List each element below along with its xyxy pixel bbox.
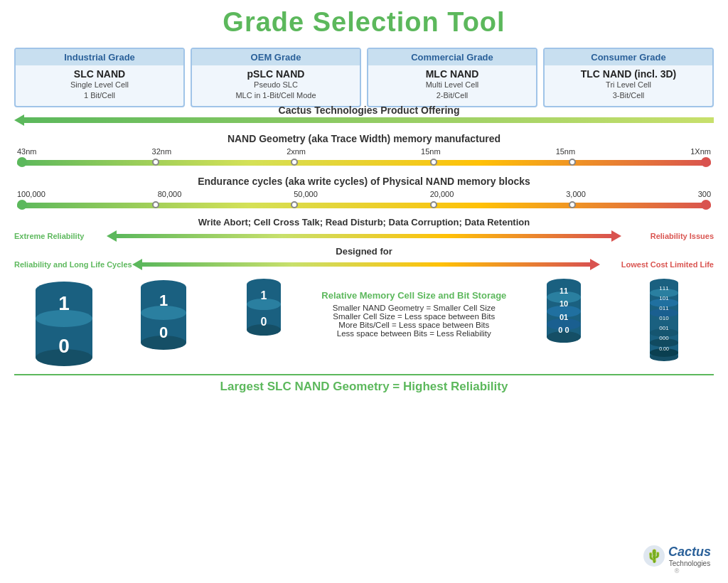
grade-oem: OEM Grade pSLC NAND Pseudo SLCMLC in 1-B… (191, 48, 361, 107)
green-arrow-head (107, 230, 117, 242)
grade-label-commercial: Commercial Grade (368, 49, 536, 65)
designed-arrow-line (142, 262, 590, 267)
offering-arrow-left (14, 114, 24, 126)
cyl-svg-3: 1 0 (243, 276, 284, 340)
svg-text:010: 010 (659, 315, 669, 321)
endurance-title: Endurance cycles (aka write cycles) of P… (14, 176, 714, 187)
svg-text:101: 101 (659, 295, 669, 301)
cyl-slc-large: 1 0 (14, 276, 114, 368)
reliability-title: Write Abort; Cell Cross Talk; Read Distu… (14, 217, 714, 228)
memory-info-block: Relative Memory Cell Size and Bit Storag… (314, 276, 514, 338)
reliability-section: Write Abort; Cell Cross Talk; Read Distu… (14, 217, 714, 242)
cyl-tlc: 111 101 011 010 001 000 0.00 (614, 276, 714, 361)
grade-label-industrial: Industrial Grade (16, 49, 183, 65)
offering-label: Cactus Technologies Product Offering (279, 105, 460, 116)
svg-text:0: 0 (58, 335, 70, 357)
svg-text:🌵: 🌵 (646, 548, 663, 564)
cyl-svg-1: 1 0 (32, 276, 96, 368)
end-val-0: 100,000 (17, 190, 46, 198)
cyl-svg-4: 11 10 01 0 0 (543, 276, 584, 343)
designed-arrow-head-right (590, 259, 600, 270)
svg-text:011: 011 (659, 305, 669, 311)
logo-area: 🌵 Cactus Technologies ® (643, 545, 711, 574)
reliability-right-label: Reliability Issues (621, 232, 714, 240)
svg-text:000: 000 (659, 335, 669, 341)
svg-text:0: 0 (159, 323, 168, 341)
logo-sub: Technologies (668, 560, 711, 567)
grade-commercial: Commercial Grade MLC NAND Multi Level Ce… (367, 48, 537, 107)
grade-desc-commercial: Multi Level Cell2-Bit/Cell (371, 80, 533, 102)
grade-label-oem: OEM Grade (192, 49, 360, 65)
cactus-logo-icon: 🌵 (643, 545, 665, 567)
offering-section: Cactus Technologies Product Offering (14, 114, 714, 126)
designed-arrow-head-left (132, 259, 142, 270)
page-title: Grade Selection Tool (14, 7, 714, 38)
svg-text:0: 0 (261, 316, 267, 328)
main-container: Grade Selection Tool Industrial Grade SL… (0, 0, 728, 583)
end-val-4: 3,000 (566, 190, 586, 198)
logo-trademark: ® (643, 567, 711, 574)
grade-consumer: Consumer Grade TLC NAND (incl. 3D) Tri L… (543, 48, 714, 107)
designed-arrow: Reliability and Long Life Cycles Lowest … (14, 259, 714, 270)
end-val-2: 50,000 (294, 190, 318, 198)
geo-val-1: 32nm (152, 147, 172, 156)
svg-text:0 0: 0 0 (559, 326, 569, 334)
reliability-left-label: Extreme Reliability (14, 232, 107, 240)
grade-type-commercial: MLC NAND (371, 68, 533, 80)
grade-type-industrial: SLC NAND (18, 68, 181, 80)
svg-text:11: 11 (560, 287, 568, 295)
cyl-svg-2: 1 0 (137, 276, 191, 354)
bottom-bar: Largest SLC NAND Geometry = Highest Reli… (14, 374, 714, 394)
svg-text:1: 1 (58, 292, 70, 314)
grade-desc-industrial: Single Level Cell1 Bit/Cell (18, 80, 181, 102)
cylinders-section: 1 0 1 0 1 0 (14, 276, 714, 368)
grades-row: Industrial Grade SLC NAND Single Level C… (14, 48, 714, 107)
svg-text:001: 001 (659, 325, 669, 331)
grade-type-consumer: TLC NAND (incl. 3D) (547, 68, 710, 80)
cyl-small-2bit: 1 0 (214, 276, 314, 340)
cyl-svg-5: 111 101 011 010 001 000 0.00 (646, 276, 682, 361)
svg-text:1: 1 (159, 292, 168, 309)
green-arrow-line (117, 234, 611, 238)
grade-label-consumer: Consumer Grade (545, 49, 712, 65)
geometry-title: NAND Geometry (aka Trace Width) memory m… (14, 133, 714, 144)
memory-info-line-3: Less space between Bits = Less Reliabili… (314, 329, 514, 338)
svg-text:0.00: 0.00 (659, 346, 669, 351)
offering-bar: Cactus Technologies Product Offering (24, 117, 714, 123)
designed-label: Designed for (14, 246, 714, 257)
svg-text:10: 10 (560, 299, 568, 308)
geo-val-2: 2xnm (287, 147, 306, 156)
memory-info-line-0: Smaller NAND Geometry = Smaller Cell Siz… (314, 304, 514, 312)
geo-val-5: 1Xnm (690, 147, 711, 156)
memory-info-line-1: Smaller Cell Size = Less space between B… (314, 312, 514, 321)
cyl-pslc: 1 0 (114, 276, 215, 354)
end-val-3: 20,000 (430, 190, 454, 198)
svg-text:111: 111 (659, 285, 669, 292)
grade-type-oem: pSLC NAND (195, 68, 357, 80)
grade-industrial: Industrial Grade SLC NAND Single Level C… (14, 48, 185, 107)
logo-name: Cactus (668, 545, 711, 560)
endurance-numbers: 100,000 80,000 50,000 20,000 3,000 300 (17, 190, 711, 198)
memory-info-title: Relative Memory Cell Size and Bit Storag… (314, 290, 514, 301)
cyl-mlc: 11 10 01 0 0 (514, 276, 614, 343)
bottom-label: Largest SLC NAND Geometry = Highest Reli… (14, 380, 714, 394)
geo-val-4: 15nm (556, 147, 576, 156)
svg-text:01: 01 (560, 313, 568, 321)
grade-desc-oem: Pseudo SLCMLC in 1-Bit/Cell Mode (195, 80, 357, 102)
reliability-green-arrow: Extreme Reliability Reliability Issues (14, 230, 714, 242)
designed-left-label: Reliability and Long Life Cycles (14, 260, 132, 269)
geometry-numbers: 43nm 32nm 2xnm 15nm 15nm 1Xnm (17, 147, 711, 156)
grade-desc-consumer: Tri Level Cell3-Bit/Cell (547, 80, 710, 102)
designed-right-label: Lowest Cost Limited Life (600, 260, 714, 269)
memory-info-line-2: More Bits/Cell = Less space between Bits (314, 321, 514, 329)
end-val-1: 80,000 (158, 190, 182, 198)
svg-text:1: 1 (261, 289, 267, 301)
geo-val-0: 43nm (17, 147, 37, 156)
geo-val-3: 15nm (421, 147, 441, 156)
end-val-5: 300 (698, 190, 711, 198)
red-arrow-head (611, 230, 621, 242)
